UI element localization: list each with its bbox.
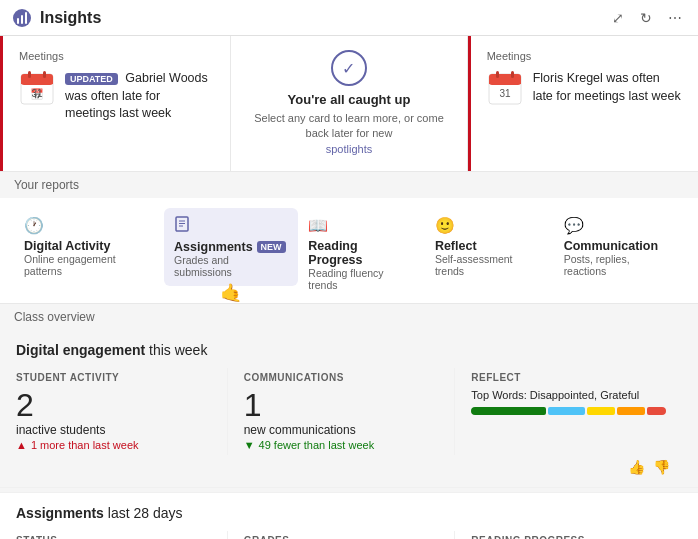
- book-icon: 📖: [308, 216, 328, 235]
- communications-change: 49 fewer than last week: [244, 439, 439, 451]
- svg-rect-9: [43, 71, 46, 78]
- svg-rect-6: [21, 81, 53, 84]
- spotlight-card-1[interactable]: Meetings 📅 31 UP: [0, 36, 231, 171]
- reflect-icon: 🙂: [435, 216, 455, 235]
- tab-sub-reading: Reading fluency trends: [308, 267, 409, 291]
- header-left: Insights: [12, 8, 101, 28]
- calendar-icon-1: 📅 31: [19, 70, 55, 109]
- refresh-button[interactable]: ↻: [636, 8, 656, 28]
- svg-rect-13: [489, 81, 521, 84]
- calendar-icon-3: 31: [487, 70, 523, 109]
- spotlight-content-3: 31 Floris Kregel was often late for meet…: [487, 70, 682, 109]
- bar-orange: [617, 407, 645, 415]
- assignments-title: Assignments last 28 days: [16, 505, 682, 521]
- spotlight-text-1: UPDATED Gabriel Woods was often late for…: [65, 70, 214, 123]
- status-block: STATUS 5 missed submissions 4 more than …: [16, 531, 228, 539]
- communications-value: 1: [244, 389, 439, 421]
- bar-red: [647, 407, 666, 415]
- communications-block: COMMUNICATIONS 1 new communications 49 f…: [244, 368, 456, 455]
- checkmark-circle: ✓: [331, 50, 367, 86]
- reflect-words: Top Words: Disappointed, Grateful: [471, 389, 666, 401]
- reports-tabs: 🕐 Digital Activity Online engagement pat…: [14, 208, 684, 299]
- digital-engagement-section: Digital engagement this week STUDENT ACT…: [0, 330, 698, 488]
- tab-sub-reflect: Self-assessment trends: [435, 253, 538, 277]
- digital-section-footer: 👍 👎: [16, 455, 682, 481]
- more-button[interactable]: ⋯: [664, 8, 686, 28]
- check-icon: ✓: [342, 59, 355, 78]
- digital-metrics-row: STUDENT ACTIVITY 2 inactive students 1 m…: [16, 368, 682, 455]
- tab-digital-activity[interactable]: 🕐 Digital Activity Online engagement pat…: [14, 208, 164, 285]
- tab-title-communication: Communication: [564, 239, 658, 253]
- student-activity-value: 2: [16, 389, 211, 421]
- spotlight-content-1: 📅 31 UPDATED Gabriel Woods was often lat…: [19, 70, 214, 123]
- reflect-label: REFLECT: [471, 372, 666, 383]
- spotlight-card-3[interactable]: Meetings 31 Floris Kregel was often late…: [468, 36, 698, 171]
- student-activity-desc: inactive students: [16, 423, 211, 437]
- bar-green: [471, 407, 546, 415]
- communications-label: COMMUNICATIONS: [244, 372, 439, 383]
- student-activity-block: STUDENT ACTIVITY 2 inactive students 1 m…: [16, 368, 228, 455]
- reading-progress-block: READING PROGRESS 83 average accuracy rat…: [471, 531, 682, 539]
- tab-sub-assignments: Grades and submissions: [174, 254, 282, 278]
- tab-communication[interactable]: 💬 Communication Posts, replies, reaction…: [554, 208, 684, 285]
- tab-reading-progress[interactable]: 📖 Reading Progress Reading fluency trend…: [298, 208, 425, 299]
- bar-blue: [548, 407, 585, 415]
- student-activity-label: STUDENT ACTIVITY: [16, 372, 211, 383]
- tab-reflect[interactable]: 🙂 Reflect Self-assessment trends: [425, 208, 554, 285]
- svg-text:31: 31: [31, 88, 43, 99]
- page-title: Insights: [40, 9, 101, 27]
- assignments-icon: [174, 216, 190, 236]
- tab-sub-communication: Posts, replies, reactions: [564, 253, 668, 277]
- tab-sub-digital: Online engagement patterns: [24, 253, 148, 277]
- spotlight-label-3: Meetings: [487, 50, 682, 62]
- spotlights-link[interactable]: spotlights: [326, 143, 372, 155]
- svg-rect-1: [17, 18, 19, 24]
- assignments-section: Assignments last 28 days STATUS 5 missed…: [0, 492, 698, 539]
- status-label: STATUS: [16, 535, 211, 539]
- tab-assignments[interactable]: Assignments NEW Grades and submissions 🤙: [164, 208, 298, 286]
- tab-title-reflect: Reflect: [435, 239, 477, 253]
- chat-icon: 💬: [564, 216, 584, 235]
- thumbs-down-icon-digital[interactable]: 👎: [653, 459, 670, 475]
- reports-section: 🕐 Digital Activity Online engagement pat…: [0, 198, 698, 304]
- spotlight-label-1: Meetings: [19, 50, 214, 62]
- clock-icon: 🕐: [24, 216, 44, 235]
- spotlight-text-3: Floris Kregel was often late for meeting…: [533, 70, 682, 105]
- cursor-hand-icon: 🤙: [220, 282, 242, 304]
- expand-button[interactable]: ⤢: [608, 8, 628, 28]
- digital-engagement-title: Digital engagement this week: [16, 342, 682, 358]
- spotlight-section: Meetings 📅 31 UP: [0, 36, 698, 172]
- insights-logo-icon: [12, 8, 32, 28]
- class-overview-label: Class overview: [0, 304, 698, 330]
- svg-text:31: 31: [499, 88, 511, 99]
- svg-rect-14: [496, 71, 499, 78]
- reading-progress-label: READING PROGRESS: [471, 535, 666, 539]
- grades-block: GRADES 81 average grade: [244, 531, 456, 539]
- grades-label: GRADES: [244, 535, 439, 539]
- communications-desc: new communications: [244, 423, 439, 437]
- svg-rect-3: [25, 12, 27, 24]
- your-reports-label: Your reports: [0, 172, 698, 198]
- emotion-bar: [471, 407, 666, 415]
- main-content: Meetings 📅 31 UP: [0, 36, 698, 539]
- tab-title-digital: Digital Activity: [24, 239, 110, 253]
- thumbs-up-icon-digital[interactable]: 👍: [628, 459, 645, 475]
- caught-up-title: You're all caught up: [288, 92, 411, 107]
- bar-yellow: [587, 407, 615, 415]
- updated-badge: UPDATED: [65, 73, 118, 85]
- student-activity-change: 1 more than last week: [16, 439, 211, 451]
- caught-up-sub: Select any card to learn more, or come b…: [251, 111, 446, 157]
- spotlight-cards: Meetings 📅 31 UP: [0, 36, 698, 171]
- reflect-block: REFLECT Top Words: Disappointed, Gratefu…: [471, 368, 682, 455]
- tab-title-reading: Reading Progress: [308, 239, 409, 267]
- svg-rect-8: [28, 71, 31, 78]
- spotlight-card-center[interactable]: ✓ You're all caught up Select any card t…: [231, 36, 467, 171]
- tab-title-assignments: Assignments NEW: [174, 240, 286, 254]
- app-header: Insights ⤢ ↻ ⋯: [0, 0, 698, 36]
- svg-rect-15: [511, 71, 514, 78]
- assignments-metrics-row: STATUS 5 missed submissions 4 more than …: [16, 531, 682, 539]
- new-badge: NEW: [257, 241, 286, 253]
- svg-rect-2: [21, 15, 23, 24]
- header-actions: ⤢ ↻ ⋯: [608, 8, 686, 28]
